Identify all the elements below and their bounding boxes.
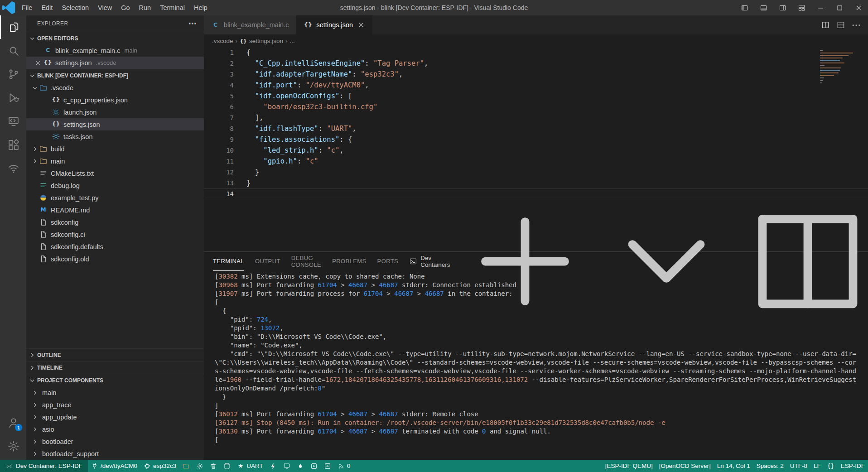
tab-settings.json[interactable]: {}settings.json — [296, 15, 373, 34]
status-item-esp-idf[interactable]: ESP-IDF — [838, 460, 868, 472]
tree-file[interactable]: sdkconfig.ci — [26, 228, 204, 241]
tree-file[interactable]: tasks.json — [26, 130, 204, 143]
status-item-zap[interactable] — [266, 460, 280, 472]
panel-tab-output[interactable]: OUTPUT — [255, 252, 280, 271]
layout-left-button[interactable] — [735, 0, 754, 15]
status-item-0[interactable]: 0 — [334, 460, 354, 472]
tree-folder[interactable]: main — [26, 155, 204, 167]
component-item[interactable]: main — [26, 386, 204, 399]
tree-file[interactable]: MREADME.md — [26, 204, 204, 216]
activity-search[interactable] — [0, 39, 26, 63]
status-label: Spaces: 2 — [757, 462, 784, 469]
close-editor-slot — [34, 59, 43, 67]
section-timeline[interactable]: TIMELINE — [26, 361, 204, 374]
status-item-braces-sb[interactable]: {} — [824, 460, 838, 472]
tree-file[interactable]: sdkconfig — [26, 216, 204, 228]
tree-file[interactable]: example_test.py — [26, 192, 204, 204]
layout-right-button[interactable] — [773, 0, 792, 15]
status-item-folder[interactable] — [179, 460, 193, 472]
tree-file[interactable]: sdkconfig.defaults — [26, 241, 204, 253]
activity-manage[interactable] — [0, 434, 26, 458]
tab-blink_example_main.c[interactable]: Cblink_example_main.c — [204, 15, 296, 34]
status-item-ln-14-col-1[interactable]: Ln 14, Col 1 — [714, 460, 753, 472]
panel-tab-problems[interactable]: PROBLEMS — [332, 252, 366, 271]
section-outline[interactable]: OUTLINE — [26, 348, 204, 361]
status-item-trash[interactable] — [207, 460, 220, 472]
activity-accounts[interactable]: 1 — [0, 411, 26, 434]
status-item-spaces-2[interactable]: Spaces: 2 — [753, 460, 787, 472]
status-item-gear[interactable] — [193, 460, 207, 472]
activity-explorer[interactable] — [0, 15, 26, 39]
status-item-utf-8[interactable]: UTF-8 — [787, 460, 810, 472]
more-icon[interactable]: ⋯ — [852, 20, 861, 29]
code-line: 1{ — [204, 47, 868, 58]
section-open-editors[interactable]: OPEN EDITORS — [26, 32, 204, 44]
terminal-output[interactable]: [30382 ms] Extensions cache, copy to sha… — [204, 271, 868, 460]
menu-terminal[interactable]: Terminal — [155, 0, 189, 15]
status-item-box-arrow[interactable] — [321, 460, 334, 472]
status-item-debug-play[interactable] — [307, 460, 321, 472]
menu-selection[interactable]: Selection — [57, 0, 93, 15]
menu-file[interactable]: File — [17, 0, 37, 15]
tree-file[interactable]: sdkconfig.old — [26, 253, 204, 265]
window-minimize-button[interactable] — [811, 0, 830, 15]
breadcrumb-item[interactable]: .vscode — [212, 38, 233, 44]
panel-tab-debug-console[interactable]: DEBUG CONSOLE — [291, 252, 321, 271]
panel-tab-ports[interactable]: PORTS — [377, 252, 399, 271]
menu-help[interactable]: Help — [189, 0, 212, 15]
status-item--dev-ttyacm0[interactable]: /dev/ttyACM0 — [88, 460, 140, 472]
status-item-lf[interactable]: LF — [810, 460, 824, 472]
component-item[interactable]: app_update — [26, 411, 204, 423]
tree-file[interactable]: launch.json — [26, 106, 204, 118]
status-item-uart[interactable]: ★UART — [234, 460, 266, 472]
activity-run-and-debug[interactable] — [0, 86, 26, 110]
layout-bottom-button[interactable] — [754, 0, 773, 15]
section-project-components[interactable]: PROJECT COMPONENTS — [26, 374, 204, 386]
close-icon[interactable] — [357, 21, 365, 29]
component-item[interactable]: asio — [26, 423, 204, 435]
menu-run[interactable]: Run — [135, 0, 156, 15]
activity-source-control[interactable] — [0, 63, 26, 86]
menu-go[interactable]: Go — [116, 0, 134, 15]
menu-view[interactable]: View — [93, 0, 116, 15]
open-editor-item[interactable]: {}settings.json.vscode — [26, 57, 204, 69]
menu-edit[interactable]: Edit — [37, 0, 57, 15]
tree-folder[interactable]: .vscode — [26, 82, 204, 94]
status-item--esp-idf-qemu-[interactable]: [ESP-IDF QEMU] — [602, 460, 656, 472]
window-close-button[interactable] — [849, 0, 868, 15]
remote-indicator[interactable]: Dev Container: ESP-IDF — [0, 460, 88, 472]
explorer-header: EXPLORER ⋯ — [26, 15, 204, 32]
layout-grid-button[interactable] — [792, 0, 811, 15]
panel-tab-terminal[interactable]: TERMINAL — [213, 252, 244, 271]
layout-two-icon[interactable] — [836, 20, 845, 29]
window-maximize-button[interactable] — [830, 0, 849, 15]
tree-file[interactable]: CMakeLists.txt — [26, 167, 204, 179]
split-editor-icon[interactable] — [821, 20, 830, 29]
code-editor[interactable]: 1{2 "C_Cpp.intelliSenseEngine": "Tag Par… — [204, 47, 868, 251]
terminal-profile-selector[interactable]: Dev Containers — [409, 255, 450, 268]
tree-folder[interactable]: build — [26, 143, 204, 155]
activity-extensions[interactable] — [0, 133, 26, 157]
breadcrumb-item[interactable]: {}settings.json — [240, 37, 283, 44]
section-workspace[interactable]: BLINK [DEV CONTAINER: ESP-IDF] — [26, 69, 204, 82]
component-item[interactable]: bootloader_support — [26, 448, 204, 460]
status-item-esp32c3[interactable]: esp32c3 — [140, 460, 179, 472]
status-item-database[interactable] — [220, 460, 234, 472]
component-label: asio — [42, 426, 54, 433]
tree-file[interactable]: {}c_cpp_properties.json — [26, 94, 204, 106]
component-item[interactable]: bootloader — [26, 435, 204, 448]
indent-spacer — [31, 218, 39, 226]
explorer-more-actions-icon[interactable]: ⋯ — [188, 19, 197, 29]
activity-esp-idf[interactable] — [0, 157, 26, 180]
activity-remote-explorer[interactable] — [0, 110, 26, 133]
minimap[interactable] — [820, 50, 861, 85]
open-editor-item[interactable]: Cblink_example_main.cmain — [26, 44, 204, 57]
tree-file[interactable]: {}settings.json — [26, 118, 204, 130]
tree-file[interactable]: debug.log — [26, 179, 204, 192]
breadcrumb-item[interactable]: ... — [290, 38, 295, 44]
status-item--openocd-server-[interactable]: [OpenOCD Server] — [656, 460, 714, 472]
component-item[interactable]: app_trace — [26, 399, 204, 411]
status-item-flame[interactable] — [294, 460, 307, 472]
status-item-monitor[interactable] — [280, 460, 294, 472]
close-icon[interactable] — [34, 59, 42, 67]
